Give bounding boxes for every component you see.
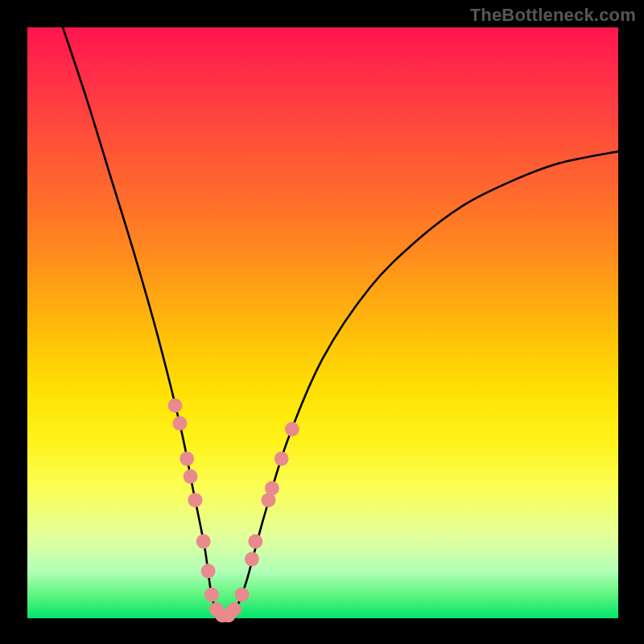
marker-point	[245, 552, 259, 567]
curve-layer	[27, 27, 618, 618]
marker-point	[168, 398, 183, 413]
marker-group	[168, 398, 299, 623]
chart-container: TheBottleneck.com	[0, 0, 644, 644]
marker-point	[204, 588, 219, 602]
marker-point	[201, 564, 216, 578]
bottleneck-curve	[63, 27, 618, 618]
marker-point	[184, 469, 198, 484]
marker-point	[172, 416, 187, 431]
marker-point	[180, 452, 194, 466]
marker-point	[188, 493, 202, 507]
marker-point	[285, 422, 299, 436]
marker-point	[227, 602, 242, 617]
marker-point	[248, 535, 262, 549]
marker-point	[275, 452, 289, 466]
marker-point	[234, 588, 249, 602]
marker-point	[196, 535, 211, 549]
marker-point	[265, 481, 279, 496]
watermark-text: TheBottleneck.com	[470, 5, 636, 26]
plot-area	[27, 27, 618, 618]
